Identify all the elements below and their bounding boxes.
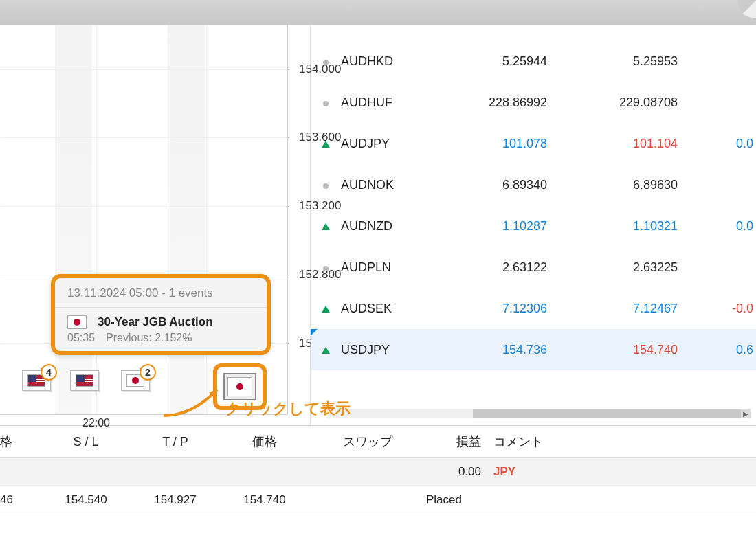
- bid-price: 154.736: [430, 343, 561, 357]
- japan-flag-icon: [67, 315, 87, 329]
- watchlist-row[interactable]: AUDHKD5.259445.25953: [311, 41, 756, 82]
- grid-vline: [206, 25, 207, 414]
- trend-flat-icon: [311, 95, 341, 110]
- change-value: 0.0: [691, 219, 756, 234]
- window-toolbar: [0, 0, 756, 25]
- watchlist-row[interactable]: AUDJPY101.078101.1040.0: [311, 123, 756, 164]
- time-axis: 22:00: [0, 417, 287, 431]
- watchlist-row[interactable]: AUDPLN2.631222.63225: [311, 247, 756, 288]
- orders-panel: 格 S / L T / P 価格 スワップ 損益 コメント 0.00 JPY 4…: [0, 425, 756, 542]
- ask-price: 101.104: [561, 137, 691, 151]
- col-pl[interactable]: 損益: [426, 433, 487, 450]
- orders-summary-row[interactable]: 0.00 JPY: [0, 457, 756, 486]
- ask-price: 7.12467: [561, 302, 691, 316]
- symbol-name: USDJPY: [341, 343, 430, 357]
- watchlist-row[interactable]: AUDNOK6.893406.89630: [311, 164, 756, 205]
- time-band: [168, 25, 205, 414]
- trend-flat-icon: [311, 178, 341, 192]
- symbol-name: AUDNOK: [341, 178, 430, 192]
- watchlist-row[interactable]: AUDNZD1.102871.103210.0: [311, 205, 756, 247]
- scrollbar-thumb[interactable]: [473, 409, 741, 418]
- event-tooltip: 13.11.2024 05:00 - 1 events 30-Year JGB …: [51, 274, 271, 355]
- event-count-badge: 4: [41, 364, 57, 381]
- ask-price: 5.25953: [561, 54, 691, 69]
- bid-price: 101.078: [430, 137, 561, 151]
- order-status: Placed: [426, 493, 481, 507]
- time-band: [55, 25, 92, 414]
- grid-hline: [1, 137, 288, 138]
- change-value: 0.0: [691, 137, 756, 151]
- tooltip-event-name: 30-Year JGB Auction: [98, 315, 213, 329]
- event-marker[interactable]: 2: [121, 370, 150, 391]
- bid-price: 228.86992: [430, 95, 561, 110]
- trend-flat-icon: [311, 260, 341, 275]
- grid-hline: [1, 206, 288, 207]
- ask-price: 2.63225: [561, 260, 691, 275]
- order-row-empty: [0, 514, 756, 542]
- watchlist-row[interactable]: AUDHUF228.86992229.08708: [311, 82, 756, 123]
- col-comment[interactable]: コメント: [487, 433, 590, 450]
- col-sl[interactable]: S / L: [41, 435, 131, 449]
- bid-price: 2.63122: [430, 260, 561, 275]
- ask-price: 1.10321: [561, 219, 691, 234]
- trend-up-icon: [311, 137, 341, 151]
- watchlist-row[interactable]: AUDSEK7.123067.12467-0.0: [311, 288, 756, 329]
- order-price2: 154.740: [220, 493, 309, 507]
- summary-pl: 0.00: [426, 465, 487, 479]
- usa-flag-icon: [76, 374, 93, 387]
- tooltip-title: 13.11.2024 05:00 - 1 events: [55, 286, 267, 307]
- summary-currency: JPY: [487, 465, 590, 479]
- trend-up-icon: [311, 302, 341, 316]
- symbol-name: AUDPLN: [341, 260, 430, 275]
- watchlist-panel: AUDHKD5.259445.25953AUDHUF228.86992229.0…: [311, 25, 756, 425]
- order-tp: 154.927: [131, 493, 220, 507]
- order-sl: 154.540: [41, 493, 131, 507]
- bid-price: 5.25944: [430, 54, 561, 69]
- change-value: 0.6: [691, 343, 756, 357]
- trend-up-icon: [311, 343, 341, 357]
- event-marker[interactable]: 4: [22, 370, 51, 391]
- order-row[interactable]: 46 154.540 154.927 154.740 Placed: [0, 486, 756, 514]
- grid-hline: [1, 69, 288, 70]
- grid-vline: [96, 25, 97, 414]
- symbol-name: AUDHKD: [341, 54, 430, 69]
- order-price1: 46: [0, 493, 41, 507]
- trend-up-icon: [311, 219, 341, 234]
- symbol-name: AUDNZD: [341, 219, 430, 234]
- bid-price: 1.10287: [430, 219, 561, 234]
- main-area: 42 22:00 154.000153.600153.200152.800152…: [0, 25, 756, 425]
- symbol-name: AUDJPY: [341, 137, 430, 151]
- trend-flat-icon: [311, 54, 341, 69]
- tooltip-event-time: 05:35: [67, 332, 95, 344]
- ask-price: 154.740: [561, 343, 691, 357]
- ask-price: 229.08708: [561, 95, 691, 110]
- chart-grid: 42 22:00: [0, 25, 287, 415]
- event-marker[interactable]: [70, 370, 99, 391]
- change-value: -0.0: [691, 302, 756, 316]
- ask-price: 6.89630: [561, 178, 691, 192]
- horizontal-scrollbar[interactable]: ▶: [327, 409, 751, 418]
- watchlist-row[interactable]: USDJPY154.736154.7400.6: [311, 329, 756, 370]
- chart-pane[interactable]: 42 22:00 154.000153.600153.200152.800152…: [0, 25, 311, 425]
- tooltip-event-previous: Previous: 2.152%: [106, 332, 192, 344]
- callout-text: クリックして表示: [225, 398, 351, 419]
- col-tp[interactable]: T / P: [131, 435, 220, 449]
- symbol-name: AUDSEK: [341, 302, 430, 316]
- page-curl-icon: [738, 0, 756, 18]
- col-price2[interactable]: 価格: [220, 433, 309, 450]
- scroll-right-button[interactable]: ▶: [741, 409, 751, 418]
- bid-price: 7.12306: [430, 302, 561, 316]
- bid-price: 6.89340: [430, 178, 561, 192]
- symbol-name: AUDHUF: [341, 95, 430, 110]
- grid-vline: [168, 25, 168, 414]
- callout-arrow-icon: [158, 383, 227, 417]
- col-swap[interactable]: スワップ: [309, 433, 426, 450]
- grid-vline: [56, 25, 56, 414]
- col-price1[interactable]: 格: [0, 433, 41, 450]
- time-label: 22:00: [82, 417, 110, 429]
- event-count-badge: 2: [140, 364, 156, 381]
